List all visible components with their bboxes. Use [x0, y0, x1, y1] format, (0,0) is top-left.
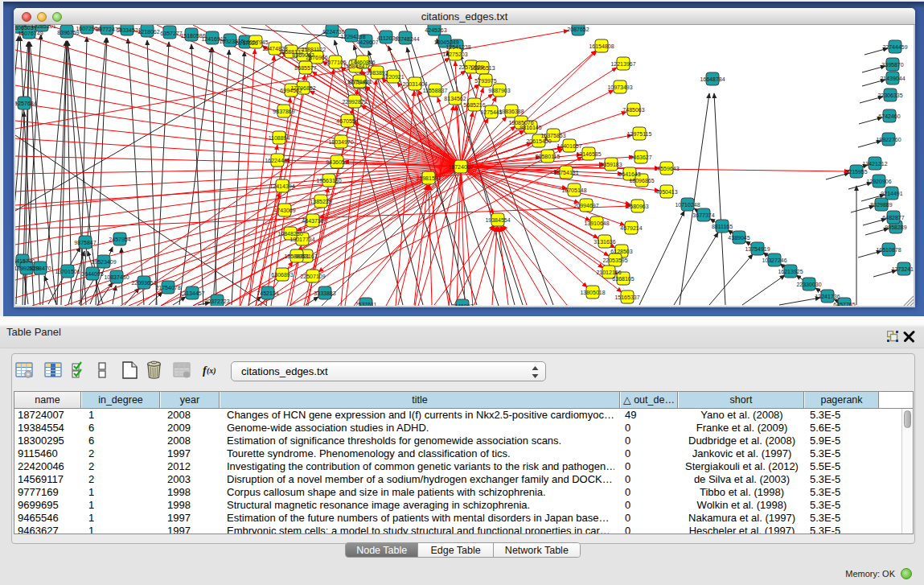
svg-text:22744459: 22744459 [882, 44, 907, 50]
svg-text:13910648: 13910648 [584, 220, 609, 226]
svg-text:21257684: 21257684 [15, 101, 37, 106]
svg-text:21754078: 21754078 [155, 285, 180, 290]
svg-text:12213967: 12213967 [610, 61, 635, 67]
svg-text:4679214: 4679214 [620, 225, 642, 231]
svg-text:5793975: 5793975 [474, 78, 496, 84]
svg-text:22507109: 22507109 [300, 274, 325, 279]
svg-text:4843718: 4843718 [302, 218, 323, 224]
svg-text:19017734: 19017734 [290, 237, 314, 242]
svg-text:6994562: 6994562 [280, 88, 302, 93]
svg-text:14401657: 14401657 [556, 143, 581, 149]
svg-text:10327246: 10327246 [762, 257, 786, 263]
svg-text:10710248: 10710248 [675, 202, 700, 208]
svg-text:18034970: 18034970 [328, 139, 353, 145]
svg-text:4389045: 4389045 [728, 235, 749, 241]
svg-text:7485063: 7485063 [622, 107, 644, 113]
svg-text:12294238: 12294238 [340, 34, 365, 39]
svg-text:6482877: 6482877 [882, 215, 904, 220]
svg-text:4429607: 4429607 [356, 39, 378, 45]
svg-text:15076749: 15076749 [18, 31, 43, 36]
svg-text:13241736: 13241736 [815, 294, 840, 299]
svg-text:12541238: 12541238 [446, 44, 470, 50]
svg-text:3220921: 3220921 [382, 74, 404, 80]
svg-text:16415740: 16415740 [15, 258, 35, 264]
svg-text:12920906: 12920906 [866, 179, 891, 184]
svg-text:8685577: 8685577 [294, 65, 316, 71]
svg-text:16396513: 16396513 [470, 65, 495, 71]
svg-text:16154808: 16154808 [589, 43, 614, 49]
svg-text:20031404: 20031404 [402, 81, 427, 87]
svg-text:22093651: 22093651 [131, 280, 156, 286]
svg-text:18922760: 18922760 [876, 137, 901, 142]
svg-text:10057945: 10057945 [243, 39, 268, 45]
svg-text:22053595: 22053595 [602, 257, 627, 263]
svg-text:19285201: 19285201 [31, 25, 55, 29]
svg-text:20372723: 20372723 [204, 299, 229, 304]
svg-text:4245263: 4245263 [425, 27, 446, 33]
svg-text:2580963: 2580963 [626, 204, 648, 209]
svg-text:4050413: 4050413 [655, 189, 677, 195]
svg-text:19384554: 19384554 [485, 217, 510, 223]
svg-text:9875847: 9875847 [74, 240, 96, 245]
svg-text:6742460: 6742460 [878, 113, 900, 119]
svg-text:2087652: 2087652 [567, 27, 589, 32]
svg-text:21439044: 21439044 [880, 76, 905, 81]
svg-text:13134457: 13134457 [179, 290, 204, 296]
svg-text:8359183: 8359183 [600, 162, 622, 167]
svg-text:5685216: 5685216 [463, 102, 485, 108]
svg-text:(x): (x) [207, 366, 216, 376]
svg-text:3395870: 3395870 [881, 62, 903, 68]
svg-text:13975115: 13975115 [627, 131, 652, 137]
svg-text:13748244: 13748244 [394, 36, 419, 42]
svg-text:9958289: 9958289 [885, 225, 906, 230]
svg-text:3677374: 3677374 [692, 212, 714, 218]
svg-text:3644095: 3644095 [81, 271, 103, 277]
svg-text:10848230: 10848230 [277, 231, 302, 237]
svg-text:6128503: 6128503 [610, 249, 632, 254]
svg-text:14275203: 14275203 [442, 51, 467, 57]
svg-text:13732411: 13732411 [892, 266, 914, 272]
svg-text:21981592: 21981592 [416, 175, 441, 181]
svg-text:18096865: 18096865 [629, 178, 654, 183]
svg-text:9463627: 9463627 [630, 154, 651, 160]
svg-text:6357277: 6357277 [160, 31, 182, 36]
svg-text:22330030: 22330030 [796, 282, 821, 287]
svg-text:6306893: 6306893 [271, 272, 293, 278]
svg-text:22306335: 22306335 [877, 93, 902, 98]
svg-text:9436057: 9436057 [326, 159, 347, 165]
svg-text:12414394: 12414394 [269, 183, 294, 189]
svg-text:19523409: 19523409 [91, 259, 116, 265]
svg-text:1385239: 1385239 [310, 199, 331, 204]
svg-text:11558837: 11558837 [423, 88, 448, 93]
svg-text:1108894: 1108894 [269, 135, 290, 141]
svg-text:22992872: 22992872 [342, 99, 367, 105]
svg-text:17559643: 17559643 [654, 166, 679, 171]
svg-text:5188470: 5188470 [29, 266, 51, 271]
svg-text:7452134: 7452134 [257, 290, 278, 296]
svg-text:16705148: 16705148 [561, 187, 586, 193]
svg-text:15165337: 15165337 [614, 295, 639, 300]
svg-text:13421212: 13421212 [862, 161, 887, 167]
svg-text:9837869: 9837869 [273, 109, 294, 114]
svg-text:10973493: 10973493 [607, 84, 632, 90]
svg-text:20994697: 20994697 [573, 203, 598, 208]
svg-text:4743069: 4743069 [273, 208, 295, 213]
svg-text:3215955: 3215955 [845, 169, 867, 175]
svg-text:11881122: 11881122 [302, 47, 326, 52]
svg-text:19563180: 19563180 [316, 178, 341, 183]
svg-text:8029889: 8029889 [870, 202, 892, 208]
svg-text:3333883: 3333883 [314, 290, 335, 296]
svg-text:20615450: 20615450 [526, 138, 551, 144]
svg-text:18754131: 18754131 [553, 170, 578, 175]
svg-text:19836388: 19836388 [499, 109, 524, 114]
svg-text:16224441: 16224441 [265, 158, 290, 163]
svg-text:13805018: 13805018 [580, 290, 605, 295]
svg-text:15375853: 15375853 [540, 133, 565, 138]
svg-text:13701506: 13701506 [55, 269, 80, 274]
svg-text:14460856: 14460856 [350, 60, 375, 65]
svg-text:15588301: 15588301 [284, 253, 309, 259]
svg-text:13754919: 13754919 [745, 246, 770, 252]
svg-text:8811165: 8811165 [712, 224, 733, 229]
svg-text:9816145: 9816145 [519, 125, 541, 130]
svg-text:9887903: 9887903 [488, 88, 510, 93]
